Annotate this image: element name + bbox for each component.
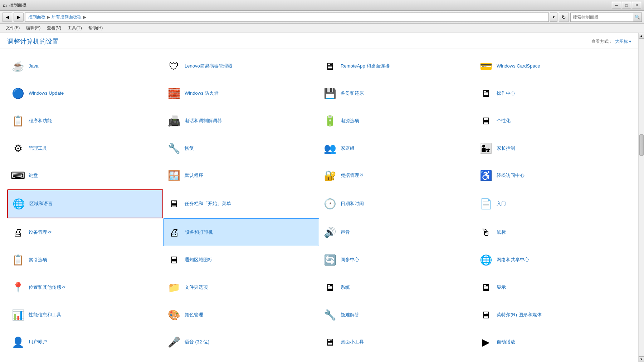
grid-item-network[interactable]: 🌐网络和共享中心	[475, 246, 631, 274]
grid-item-taskbar[interactable]: 🖥任务栏和「开始」菜单	[163, 189, 319, 218]
item-label-color-mgmt: 颜色管理	[185, 312, 203, 318]
item-label-admin-tools: 管理工具	[29, 145, 47, 152]
grid-item-recovery[interactable]: 🔧恢复	[163, 135, 319, 162]
grid-item-color-mgmt[interactable]: 🎨颜色管理	[163, 301, 319, 329]
scrollbar-up[interactable]: ▲	[639, 33, 644, 39]
view-value[interactable]: 大图标 ▾	[615, 39, 631, 45]
grid-item-keyboard[interactable]: ⌨键盘	[7, 162, 163, 190]
menu-help[interactable]: 帮助(H)	[86, 24, 106, 32]
grid-item-lenovo[interactable]: 🛡Lenovo简易病毒管理器	[163, 53, 319, 80]
grid-item-default-programs[interactable]: 🪟默认程序	[163, 162, 319, 190]
maximize-button[interactable]: □	[622, 2, 631, 9]
grid-item-cardspace[interactable]: 💳Windows CardSpace	[475, 53, 631, 80]
item-icon-device-manager: 🖨	[11, 225, 25, 239]
item-icon-remoteapp: 🖥	[323, 59, 337, 73]
items-grid: ☕Java🛡Lenovo简易病毒管理器🖥RemoteApp 和桌面连接💳Wind…	[0, 49, 638, 359]
grid-item-intel-graphics[interactable]: 🖥英特尔(R) 图形和媒体	[475, 301, 631, 329]
grid-item-notify-icons[interactable]: 🖥通知区域图标	[163, 246, 319, 274]
item-icon-sound: 🔊	[323, 225, 337, 239]
grid-item-folder-options[interactable]: 📁文件夹选项	[163, 274, 319, 301]
item-label-ease-access: 轻松访问中心	[497, 173, 525, 179]
item-icon-color-mgmt: 🎨	[167, 308, 181, 322]
close-button[interactable]: ✕	[632, 2, 641, 9]
grid-item-sound[interactable]: 🔊声音	[319, 218, 475, 247]
grid-item-troubleshoot[interactable]: 🔧疑难解答	[319, 301, 475, 329]
grid-item-region[interactable]: 🌐区域和语言	[7, 189, 163, 218]
item-icon-recovery: 🔧	[167, 141, 181, 155]
title-bar: 🗂 控制面板 ─ □ ✕	[0, 0, 644, 11]
grid-item-homegroup[interactable]: 👥家庭组	[319, 135, 475, 162]
item-label-phone-modem: 电话和调制解调器	[185, 118, 222, 124]
item-label-folder-options: 文件夹选项	[185, 284, 208, 291]
grid-item-getting-started[interactable]: 📄入门	[475, 189, 631, 218]
grid-item-personalize[interactable]: 🖥个性化	[475, 107, 631, 135]
item-label-firewall: Windows 防火墙	[185, 90, 219, 96]
refresh-button[interactable]: ↻	[559, 13, 569, 22]
address-bar: ◀ ▶ 控制面板 ▶ 所有控制面板项 ▶ ▼ ↻ 🔍	[0, 11, 644, 24]
item-label-datetime: 日期和时间	[341, 201, 364, 207]
grid-item-java[interactable]: ☕Java	[7, 53, 163, 80]
item-label-devices-printers: 设备和打印机	[185, 229, 213, 235]
grid-item-mouse[interactable]: 🖱鼠标	[475, 218, 631, 247]
item-label-java: Java	[29, 63, 38, 69]
grid-item-datetime[interactable]: 🕐日期和时间	[319, 189, 475, 218]
window-title: 控制面板	[9, 2, 26, 8]
grid-item-firewall[interactable]: 🧱Windows 防火墙	[163, 80, 319, 108]
menu-view[interactable]: 查看(V)	[44, 24, 64, 32]
grid-item-remoteapp[interactable]: 🖥RemoteApp 和桌面连接	[319, 53, 475, 80]
item-icon-homegroup: 👥	[323, 141, 337, 155]
item-label-getting-started: 入门	[497, 201, 506, 207]
grid-item-performance[interactable]: 📊性能信息和工具	[7, 301, 163, 329]
scrollbar-thumb[interactable]	[639, 134, 644, 156]
item-icon-action-center: 🖥	[479, 86, 493, 101]
content-header: 调整计算机的设置 查看方式： 大图标 ▾	[0, 33, 638, 49]
grid-item-backup[interactable]: 💾备份和还原	[319, 80, 475, 108]
grid-item-location[interactable]: 📍位置和其他传感器	[7, 274, 163, 301]
grid-item-ease-access[interactable]: ♿轻松访问中心	[475, 162, 631, 190]
item-label-index: 索引选项	[29, 257, 47, 263]
path-separator-2: ▶	[83, 15, 86, 20]
minimize-button[interactable]: ─	[612, 2, 621, 9]
item-label-homegroup: 家庭组	[341, 145, 355, 152]
grid-item-windows-update[interactable]: 🔵Windows Update	[7, 80, 163, 108]
address-path[interactable]: 控制面板 ▶ 所有控制面板项 ▶	[25, 13, 549, 22]
grid-item-devices-printers[interactable]: 🖨设备和打印机	[163, 218, 319, 247]
grid-item-display[interactable]: 🖥显示	[475, 274, 631, 301]
item-icon-programs: 📋	[11, 114, 25, 128]
grid-item-speech[interactable]: 🎤语音 (32 位)	[163, 328, 319, 356]
address-dropdown[interactable]: ▼	[550, 13, 557, 22]
item-icon-personalize: 🖥	[479, 114, 493, 128]
grid-item-gadgets[interactable]: 🖥桌面小工具	[319, 328, 475, 356]
grid-item-sync-center[interactable]: 🔄同步中心	[319, 246, 475, 274]
forward-button[interactable]: ▶	[14, 13, 24, 22]
grid-item-index[interactable]: 📋索引选项	[7, 246, 163, 274]
path-item-2[interactable]: 所有控制面板项	[52, 14, 82, 20]
item-icon-windows-update: 🔵	[11, 86, 25, 101]
item-icon-phone-modem: 📠	[167, 114, 181, 128]
back-button[interactable]: ◀	[2, 13, 12, 22]
menu-file[interactable]: 文件(F)	[3, 24, 23, 32]
grid-item-credentials[interactable]: 🔐凭据管理器	[319, 162, 475, 190]
scrollbar-down[interactable]: ▼	[639, 356, 644, 362]
grid-item-user-accounts[interactable]: 👤用户帐户	[7, 328, 163, 356]
grid-item-device-manager[interactable]: 🖨设备管理器	[7, 218, 163, 247]
grid-item-parental[interactable]: 👨‍👧家长控制	[475, 135, 631, 162]
grid-item-autoplay[interactable]: ▶自动播放	[475, 328, 631, 356]
search-input[interactable]	[571, 15, 633, 20]
item-icon-user-accounts: 👤	[11, 335, 25, 349]
path-item-1[interactable]: 控制面板	[28, 14, 45, 20]
grid-item-programs[interactable]: 📋程序和功能	[7, 107, 163, 135]
grid-item-system[interactable]: 🖥系统	[319, 274, 475, 301]
grid-item-power[interactable]: 🔋电源选项	[319, 107, 475, 135]
item-icon-system: 🖥	[323, 280, 337, 294]
item-label-gadgets: 桌面小工具	[341, 339, 364, 345]
title-bar-controls: ─ □ ✕	[612, 2, 641, 9]
menu-edit[interactable]: 编辑(E)	[23, 24, 43, 32]
grid-item-admin-tools[interactable]: ⚙管理工具	[7, 135, 163, 162]
grid-item-phone-modem[interactable]: 📠电话和调制解调器	[163, 107, 319, 135]
menu-tools[interactable]: 工具(T)	[65, 24, 84, 32]
content-panel: 调整计算机的设置 查看方式： 大图标 ▾ ☕Java🛡Lenovo简易病毒管理器…	[0, 33, 638, 362]
item-icon-troubleshoot: 🔧	[323, 308, 337, 322]
grid-item-action-center[interactable]: 🖥操作中心	[475, 80, 631, 108]
search-button[interactable]: 🔍	[633, 13, 641, 21]
